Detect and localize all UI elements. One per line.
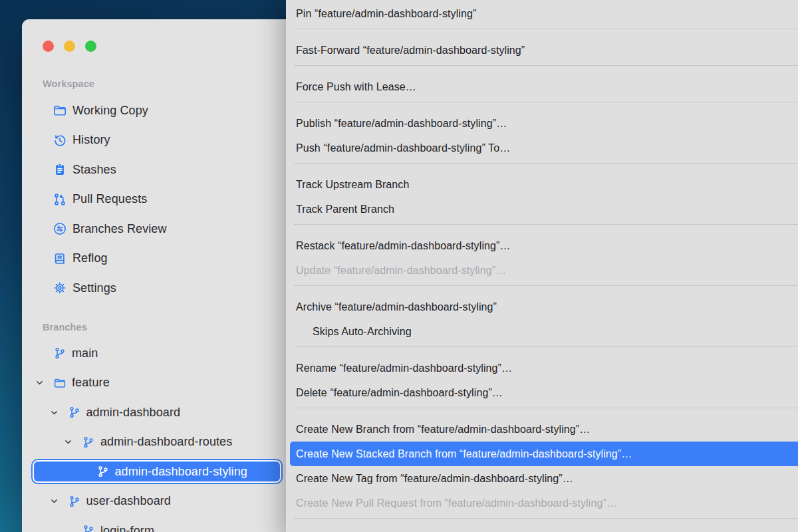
- sidebar-item-label: History: [72, 133, 110, 147]
- menu-item-label: Pin “feature/admin-dashboard-styling”: [296, 8, 476, 20]
- chevron-down-icon[interactable]: [50, 408, 68, 417]
- branch-label: main: [72, 346, 98, 360]
- menu-item-label: Restack “feature/admin-dashboard-styling…: [296, 240, 511, 252]
- track-parent-branch-item[interactable]: Track Parent Branch: [286, 197, 798, 221]
- branches-review-icon: [53, 221, 67, 236]
- archive-branch-item[interactable]: Archive “feature/admin-dashboard-styling…: [286, 295, 798, 319]
- branch-label: feature: [72, 376, 110, 390]
- sidebar-item-label: Settings: [72, 281, 116, 295]
- branches-section-label: Branches: [43, 321, 87, 334]
- branch-label: user-dashboard: [86, 494, 171, 508]
- workspace-section-label: Workspace: [43, 77, 94, 90]
- branch-icon: [68, 406, 81, 419]
- branch-row-login-form[interactable]: login-form: [22, 516, 288, 532]
- push-branch-to-item[interactable]: Push “feature/admin-dashboard-styling” T…: [286, 136, 798, 160]
- gear-icon: [53, 281, 67, 295]
- rename-branch-item[interactable]: Rename “feature/admin-dashboard-styling”…: [286, 356, 798, 380]
- chevron-slot: [78, 467, 96, 476]
- menu-separator: [294, 102, 798, 102]
- create-new-pull-request-item: Create New Pull Request from “feature/ad…: [286, 491, 798, 515]
- menu-item-label: Create New Pull Request from “feature/ad…: [296, 497, 617, 509]
- menu-item-label: Delete “feature/admin-dashboard-styling”…: [296, 387, 503, 399]
- branch-context-menu: Pin “feature/admin-dashboard-styling”Fas…: [286, 0, 798, 532]
- branch-label: admin-dashboard: [86, 406, 181, 420]
- menu-item-label: Create New Branch from “feature/admin-da…: [296, 424, 590, 436]
- sidebar-item-label: Reflog: [72, 251, 108, 265]
- menu-separator: [294, 29, 798, 29]
- menu-separator: [294, 518, 798, 519]
- menu-item-label: Track Parent Branch: [296, 203, 394, 215]
- chevron-slot: [35, 348, 53, 358]
- sidebar-item-pull-requests[interactable]: Pull Requests: [22, 185, 288, 215]
- delete-branch-item[interactable]: Delete “feature/admin-dashboard-styling”…: [286, 380, 798, 405]
- branch-row-admin-dashboard-routes[interactable]: admin-dashboard-routes: [22, 428, 288, 458]
- clipboard-icon: [53, 162, 67, 177]
- branch-row-feature[interactable]: feature: [22, 368, 288, 398]
- menu-separator: [294, 285, 798, 286]
- publish-branch-item[interactable]: Publish “feature/admin-dashboard-styling…: [286, 111, 798, 136]
- menu-separator: [294, 224, 798, 225]
- branch-row-admin-dashboard[interactable]: admin-dashboard: [22, 398, 288, 428]
- track-upstream-branch-item[interactable]: Track Upstream Branch: [286, 172, 798, 197]
- update-branch-item: Update “feature/admin-dashboard-styling”…: [286, 258, 798, 283]
- menu-item-label: Fast-Forward “feature/admin-dashboard-st…: [296, 45, 525, 57]
- chevron-down-icon[interactable]: [50, 497, 68, 506]
- menu-item-label: Archive “feature/admin-dashboard-styling…: [296, 301, 497, 313]
- force-push-with-lease-item[interactable]: Force Push with Lease…: [286, 74, 798, 99]
- create-new-tag-item[interactable]: Create New Tag from “feature/admin-dashb…: [286, 466, 798, 491]
- branch-label: login-form: [100, 524, 154, 532]
- menu-separator: [294, 163, 798, 164]
- fast-forward-branch-item[interactable]: Fast-Forward “feature/admin-dashboard-st…: [286, 38, 798, 63]
- folder-icon: [53, 376, 66, 390]
- branch-row-user-dashboard[interactable]: user-dashboard: [22, 487, 288, 517]
- branch-icon: [96, 465, 110, 478]
- sidebar-item-label: Stashes: [72, 163, 116, 177]
- menu-item-label: Force Push with Lease…: [296, 81, 416, 93]
- branch-row-main[interactable]: main: [22, 338, 288, 368]
- menu-item-label: Skips Auto-Archiving: [313, 326, 412, 338]
- sidebar-item-stashes[interactable]: Stashes: [22, 155, 288, 185]
- chevron-down-icon[interactable]: [35, 378, 53, 388]
- sidebar-item-label: Working Copy: [72, 104, 148, 118]
- pull-request-icon: [53, 192, 67, 207]
- sidebar-item-reflog[interactable]: Reflog: [22, 244, 288, 274]
- branch-label: admin-dashboard-styling: [115, 465, 247, 479]
- create-new-branch-item[interactable]: Create New Branch from “feature/admin-da…: [286, 417, 798, 442]
- sidebar: Workspace Working CopyHistoryStashesPull…: [22, 19, 288, 532]
- history-icon: [53, 133, 67, 148]
- desktop-background: Workspace Working CopyHistoryStashesPull…: [0, 0, 798, 532]
- menu-separator: [294, 346, 798, 347]
- branch-label: admin-dashboard-routes: [100, 435, 232, 449]
- branch-tree: mainfeatureadmin-dashboardadmin-dashboar…: [22, 338, 288, 532]
- menu-separator: [294, 408, 798, 408]
- menu-item-label: Create New Tag from “feature/admin-dashb…: [296, 473, 573, 485]
- skips-auto-archiving-item[interactable]: Skips Auto-Archiving: [286, 319, 798, 344]
- folder-icon: [53, 103, 67, 118]
- create-new-stacked-branch-item[interactable]: Create New Stacked Branch from “feature/…: [290, 442, 798, 466]
- branch-icon: [82, 436, 95, 449]
- menu-item-label: Rename “feature/admin-dashboard-styling”…: [296, 362, 512, 374]
- workspace-item-list: Working CopyHistoryStashesPull RequestsB…: [22, 96, 288, 303]
- chevron-slot: [64, 526, 82, 532]
- menu-item-label: Publish “feature/admin-dashboard-styling…: [296, 118, 507, 130]
- menu-item-label: Update “feature/admin-dashboard-styling”…: [296, 265, 506, 277]
- branch-icon: [68, 495, 81, 508]
- branch-icon: [82, 524, 95, 532]
- menu-separator: [294, 65, 798, 66]
- pin-branch-item[interactable]: Pin “feature/admin-dashboard-styling”: [286, 1, 798, 26]
- branch-row-admin-dashboard-styling[interactable]: admin-dashboard-styling: [22, 457, 288, 487]
- sidebar-item-working-copy[interactable]: Working Copy: [22, 96, 288, 126]
- sidebar-item-label: Pull Requests: [72, 192, 147, 206]
- restack-branch-item[interactable]: Restack “feature/admin-dashboard-styling…: [286, 233, 798, 258]
- sidebar-item-label: Branches Review: [72, 222, 167, 236]
- sidebar-item-branches-review[interactable]: Branches Review: [22, 214, 288, 244]
- menu-item-label: Track Upstream Branch: [296, 179, 409, 191]
- menu-item-label: Push “feature/admin-dashboard-styling” T…: [296, 142, 510, 154]
- sidebar-item-settings[interactable]: Settings: [22, 273, 288, 303]
- menu-item-label: Create New Stacked Branch from “feature/…: [296, 448, 632, 460]
- reflog-icon: [53, 251, 67, 266]
- chevron-down-icon[interactable]: [64, 438, 82, 447]
- sidebar-item-history[interactable]: History: [22, 126, 288, 156]
- branch-icon: [53, 346, 66, 360]
